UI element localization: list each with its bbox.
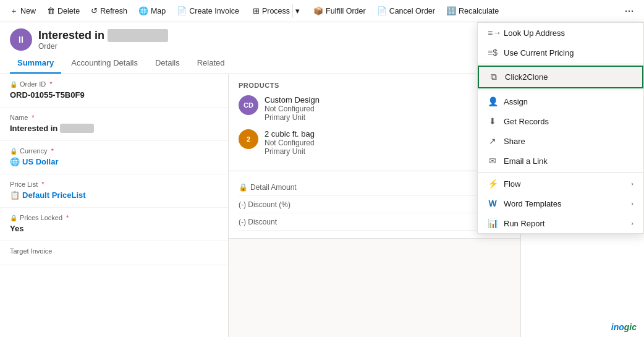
menu-item-assign[interactable]: 👤 Assign — [478, 92, 643, 111]
pricelist-icon: 📋 — [10, 190, 20, 200]
field-currency: 🔒 Currency * 🌐 US Dollar — [0, 141, 228, 174]
process-icon: ⊞ — [253, 6, 260, 15]
menu-item-word-templates[interactable]: W Word Templates › — [478, 194, 643, 213]
product-sub1-2: Not Configured — [265, 139, 315, 147]
email-link-icon: ✉ — [488, 156, 498, 166]
word-templates-icon: W — [488, 198, 498, 208]
record-type: Order — [38, 42, 168, 51]
menu-item-lookup-address[interactable]: ≡→ Look Up Address — [478, 23, 643, 43]
product-avatar-1: CD — [239, 95, 258, 115]
record-title-info: Interested in ■■■■■■■■■ Order — [38, 29, 168, 51]
field-name: Name * Interested in ■■■■■■■ — [0, 108, 228, 141]
use-current-pricing-icon: ≡$ — [488, 48, 498, 58]
lock-icon-detail: 🔒 — [239, 183, 248, 192]
tab-accounting-details[interactable]: Accounting Details — [64, 53, 145, 74]
share-icon: ↗ — [488, 136, 498, 146]
tab-details[interactable]: Details — [148, 53, 187, 74]
fulfill-order-button[interactable]: 📦 Fulfill Order — [308, 4, 371, 18]
recalculate-button[interactable]: 🔢 Recalculate — [441, 4, 504, 18]
map-button[interactable]: 🌐 Map — [133, 4, 171, 18]
field-order-id: 🔒 Order ID * ORD-01055-T5B0F9 — [0, 74, 228, 108]
get-records-icon: ⬇ — [488, 116, 498, 126]
invoice-icon: 📄 — [177, 6, 187, 15]
flow-chevron-icon: › — [631, 180, 633, 187]
product-sub1-1: Not Configured — [265, 105, 320, 113]
detail-row-amount: 🔒 Detail Amount $85.00 — [239, 179, 511, 196]
product-item-1[interactable]: CD Custom Design Not Configured Primary … — [239, 95, 511, 122]
menu-divider-1 — [478, 64, 643, 64]
word-templates-chevron-icon: › — [631, 200, 633, 207]
refresh-button[interactable]: ↺ Refresh — [86, 4, 132, 18]
menu-item-flow[interactable]: ⚡ Flow › — [478, 174, 643, 194]
product-name-2: 2 cubic ft. bag — [265, 129, 315, 139]
detail-row-discount: (-) Discount --- — [239, 213, 511, 231]
name-value[interactable]: Interested in ■■■■■■■ — [10, 122, 218, 134]
lock-icon: 🔒 — [10, 81, 17, 88]
field-price-list: Price List * 📋 Default PriceList — [0, 174, 228, 208]
lookup-address-icon: ≡→ — [488, 28, 498, 38]
click2clone-icon: ⧉ — [489, 72, 499, 82]
record-name-blurred: ■■■■■■■■■ — [108, 29, 168, 42]
detail-row-discount-pct: (-) Discount (%) --- — [239, 196, 511, 213]
new-button[interactable]: ＋ New — [5, 3, 41, 19]
map-icon: 🌐 — [138, 6, 148, 15]
create-invoice-button[interactable]: 📄 Create Invoice — [172, 4, 244, 18]
tab-summary[interactable]: Summary — [10, 53, 61, 74]
menu-item-run-report[interactable]: 📊 Run Report › — [478, 213, 643, 233]
refresh-icon: ↺ — [91, 6, 98, 15]
product-avatar-2: 2 — [239, 129, 258, 149]
product-item-2[interactable]: 2 2 cubic ft. bag Not Configured Primary… — [239, 129, 511, 156]
lock-icon-prices: 🔒 — [10, 215, 17, 221]
order-id-value: ORD-01055-T5B0F9 — [10, 89, 218, 101]
flow-icon: ⚡ — [488, 179, 498, 189]
more-button[interactable]: ··· — [619, 1, 639, 21]
process-main-button[interactable]: ⊞ Process — [250, 4, 292, 18]
assign-icon: 👤 — [488, 96, 498, 106]
process-dropdown-icon: ▾ — [295, 6, 300, 15]
product-info-1: Custom Design Not Configured Primary Uni… — [265, 95, 320, 122]
dropdown-menu: ≡→ Look Up Address ≡$ Use Current Pricin… — [477, 22, 644, 234]
field-prices-locked: 🔒 Prices Locked * Yes — [0, 208, 228, 241]
product-sub2-2: Primary Unit — [265, 147, 315, 156]
avatar: II — [10, 28, 32, 51]
product-name-1: Custom Design — [265, 95, 320, 105]
menu-item-email-link[interactable]: ✉ Email a Link — [478, 151, 643, 171]
recalculate-icon: 🔢 — [446, 6, 456, 15]
product-info-2: 2 cubic ft. bag Not Configured Primary U… — [265, 129, 315, 156]
currency-icon: 🌐 — [10, 157, 20, 166]
menu-item-use-current-pricing[interactable]: ≡$ Use Current Pricing — [478, 43, 643, 62]
menu-item-get-records[interactable]: ⬇ Get Records — [478, 111, 643, 131]
products-title: PRODUCTS — [239, 82, 511, 89]
watermark: inogic — [611, 322, 637, 332]
page-wrapper: ＋ New 🗑 Delete ↺ Refresh 🌐 Map 📄 Create … — [0, 0, 644, 337]
delete-icon: 🗑 — [47, 6, 55, 15]
fulfill-icon: 📦 — [313, 6, 323, 15]
process-button-group: ⊞ Process ▾ — [245, 1, 307, 20]
menu-divider-2 — [478, 90, 643, 90]
delete-button[interactable]: 🗑 Delete — [42, 4, 85, 18]
target-invoice-value[interactable] — [10, 256, 218, 258]
menu-item-click2clone[interactable]: ⧉ Click2Clone — [478, 66, 643, 88]
product-sub2-1: Primary Unit — [265, 113, 320, 122]
new-icon: ＋ — [10, 6, 18, 17]
run-report-icon: 📊 — [488, 218, 498, 228]
price-list-value[interactable]: 📋 Default PriceList — [10, 189, 218, 201]
run-report-chevron-icon: › — [631, 220, 633, 227]
record-name: Interested in ■■■■■■■■■ — [38, 29, 168, 42]
currency-value[interactable]: 🌐 US Dollar — [10, 156, 218, 168]
more-icon: ··· — [624, 4, 633, 17]
menu-item-share[interactable]: ↗ Share — [478, 131, 643, 151]
toolbar: ＋ New 🗑 Delete ↺ Refresh 🌐 Map 📄 Create … — [0, 0, 644, 22]
menu-divider-3 — [478, 172, 643, 173]
tab-related[interactable]: Related — [190, 53, 232, 74]
lock-icon-currency: 🔒 — [10, 148, 17, 155]
left-panel: 🔒 Order ID * ORD-01055-T5B0F9 Name * Int… — [0, 74, 229, 337]
field-target-invoice: Target Invoice — [0, 241, 228, 265]
cancel-icon: 📄 — [377, 6, 387, 15]
cancel-order-button[interactable]: 📄 Cancel Order — [372, 4, 440, 18]
prices-locked-value: Yes — [10, 223, 218, 234]
process-chevron-button[interactable]: ▾ — [292, 4, 302, 18]
